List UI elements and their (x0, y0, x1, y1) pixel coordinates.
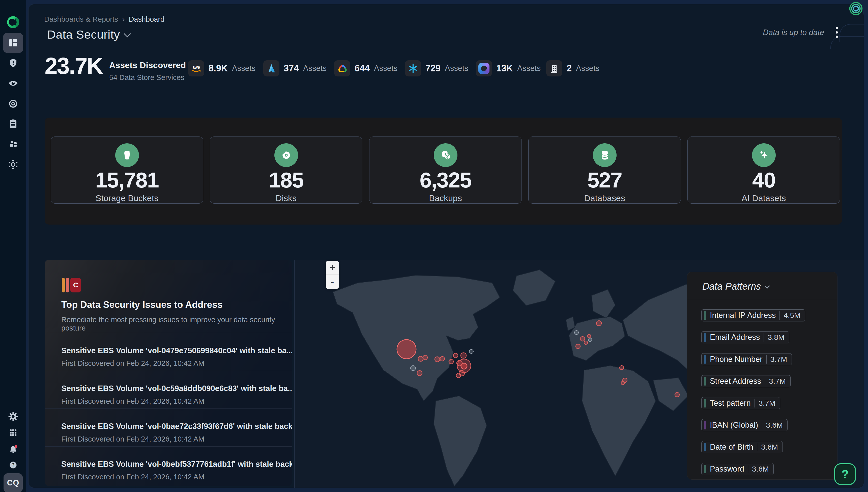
sidebar: ? CQ (0, 0, 26, 492)
stat-card-databases[interactable]: 527 Databases (528, 137, 681, 204)
data-pattern-chip[interactable]: Test pattern 3.7M (701, 397, 780, 409)
pattern-label: Password (710, 465, 744, 473)
provider-count: 644 (355, 63, 370, 74)
stat-value: 6,325 (369, 168, 521, 193)
data-pattern-chip[interactable]: Date of Birth 3.6M (701, 441, 783, 453)
map-data-bubble[interactable] (576, 344, 580, 349)
google-cloud-icon (334, 60, 350, 76)
kebab-menu-icon[interactable] (834, 25, 840, 39)
assets-total-label: Assets Discovered (109, 60, 186, 70)
map-data-bubble[interactable] (675, 392, 679, 397)
stat-card-storage-buckets[interactable]: 15,781 Storage Buckets (51, 137, 203, 204)
stat-value: 15,781 (51, 168, 203, 193)
data-patterns-dropdown[interactable]: Data Patterns (702, 281, 770, 292)
map-data-bubble[interactable] (621, 381, 624, 385)
issues-panel-title: Top Data Security Issues to Address (61, 299, 223, 310)
data-pattern-chip[interactable]: Street Address 3.7M (701, 375, 791, 387)
data-pattern-chip[interactable]: Email Address 3.8M (701, 331, 789, 343)
dashboard-icon (8, 38, 19, 48)
sidebar-item-inventory[interactable] (3, 134, 23, 154)
sidebar-item-classification[interactable] (3, 94, 23, 114)
pattern-label: IBAN (Global) (710, 421, 758, 430)
bell-icon (8, 444, 19, 454)
map-data-bubble[interactable] (418, 356, 423, 361)
map-data-bubble[interactable] (461, 353, 466, 358)
provider-chip-aws[interactable]: aws 8.9K Assets (188, 60, 255, 77)
provider-count: 374 (284, 63, 299, 74)
map-data-bubble[interactable] (596, 321, 602, 326)
sidebar-item-discovery[interactable] (3, 73, 23, 93)
concentric-rings-icon (848, 1, 864, 16)
map-data-bubble[interactable] (457, 360, 462, 366)
issue-row[interactable]: Sensitive EBS Volume 'vol-0bebf5377761ad… (45, 446, 292, 484)
stat-card-ai-datasets[interactable]: 40 AI Datasets (687, 137, 840, 204)
map-data-bubble[interactable] (440, 356, 444, 361)
issue-row[interactable]: Sensitive EBS Volume 'vol-0c59a8ddb090e6… (45, 371, 292, 409)
user-avatar[interactable]: CQ (3, 473, 23, 492)
pattern-count: 4.5M (780, 311, 800, 320)
data-pattern-chip[interactable]: Password 3.6M (701, 463, 774, 475)
sidebar-item-dashboards[interactable] (3, 33, 23, 53)
provider-chip-on-premises[interactable]: 2 Assets (546, 60, 599, 77)
issue-row[interactable]: Sensitive EBS Volume 'vol-0bae72c33f93f6… (45, 409, 292, 446)
map-data-bubble[interactable] (411, 366, 415, 371)
dashboard-title-dropdown[interactable]: Data Security (47, 27, 131, 41)
breadcrumb-current: Dashboard (129, 15, 164, 23)
issue-row[interactable]: Sensitive EBS Volume 'vol-0479e750699840… (45, 333, 292, 371)
gear-icon (8, 411, 19, 422)
map-data-bubble[interactable] (620, 366, 623, 370)
assets-total-labels: Assets Discovered 54 Data Store Services (109, 60, 186, 82)
data-pattern-chip[interactable]: IBAN (Global) 3.6M (701, 419, 788, 431)
data-patterns-panel: Data Patterns Internal IP Address 4.5M E… (687, 272, 838, 479)
breadcrumb-link[interactable]: Dashboards & Reports (44, 15, 118, 23)
ai-sparkle-icon (752, 143, 776, 167)
provider-chip-google-cloud[interactable]: 644 Assets (334, 60, 398, 77)
map-data-bubble[interactable] (584, 341, 588, 344)
stat-card-backups[interactable]: 6,325 Backups (369, 137, 522, 204)
issues-list: Sensitive EBS Volume 'vol-0479e750699840… (45, 333, 292, 484)
breadcrumb: Dashboards & Reports › Dashboard (44, 15, 164, 23)
backup-icon (434, 143, 457, 167)
provider-chip-snowflake[interactable]: 729 Assets (405, 60, 468, 77)
sidebar-item-reports[interactable] (3, 114, 23, 134)
pattern-count: 3.6M (762, 421, 783, 429)
data-pattern-chips: Internal IP Address 4.5M Email Address 3… (701, 309, 805, 475)
help-button[interactable]: ? (834, 463, 856, 485)
map-data-bubble[interactable] (449, 359, 453, 364)
stat-label: Databases (529, 193, 681, 203)
provider-count: 13K (496, 63, 513, 74)
brand-logo-icon[interactable] (5, 15, 21, 30)
zoom-out-button[interactable]: - (326, 275, 339, 289)
chevron-down-icon (124, 30, 131, 38)
map-data-bubble[interactable] (417, 371, 422, 376)
map-data-bubble[interactable] (397, 340, 416, 359)
provider-chip-microsoft-fabric[interactable]: 13K Assets (476, 60, 541, 77)
pattern-color-bar (704, 311, 706, 320)
notification-dot (15, 445, 18, 448)
map-data-bubble[interactable] (588, 338, 592, 342)
aws-icon: aws (188, 60, 204, 76)
pattern-label: Phone Number (710, 355, 763, 364)
map-data-bubble[interactable] (453, 353, 458, 358)
target-icon (8, 98, 19, 109)
sidebar-item-ai-graph[interactable] (3, 154, 23, 175)
pattern-color-bar (704, 421, 706, 429)
map-data-bubble[interactable] (435, 357, 440, 362)
provider-chip-azure[interactable]: 374 Assets (263, 60, 327, 77)
map-data-bubble[interactable] (423, 355, 428, 360)
map-data-bubble[interactable] (580, 337, 585, 341)
sidebar-item-issues[interactable] (3, 53, 23, 73)
zoom-in-button[interactable]: + (326, 261, 339, 275)
map-data-bubble[interactable] (456, 373, 461, 378)
help-circle-icon: ? (8, 460, 19, 470)
stat-card-disks[interactable]: 185 Disks (210, 137, 362, 204)
map-data-bubble[interactable] (587, 334, 591, 338)
storage-bucket-icon (115, 143, 139, 167)
map-data-bubble[interactable] (575, 330, 579, 335)
map-data-bubble[interactable] (469, 349, 473, 353)
map-zoom-control: + - (326, 261, 339, 289)
sidebar-item-help[interactable]: ? (3, 455, 23, 475)
svg-text:aws: aws (193, 65, 200, 69)
data-pattern-chip[interactable]: Phone Number 3.7M (701, 353, 792, 365)
data-pattern-chip[interactable]: Internal IP Address 4.5M (701, 309, 805, 321)
